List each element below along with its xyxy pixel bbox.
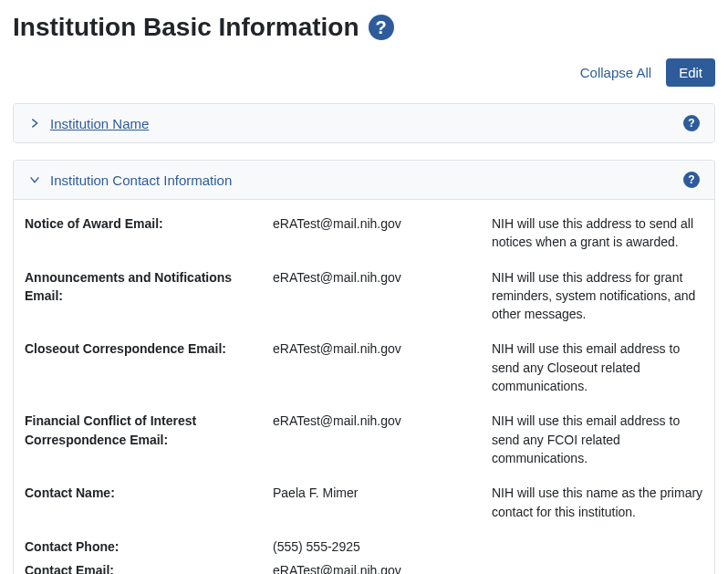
field-desc: NIH will use this address for grant remi… <box>492 268 703 324</box>
field-label: Announcements and Notifications Email: <box>25 268 273 306</box>
field-value: eRATest@mail.nih.gov <box>273 412 492 430</box>
field-label: Contact Email: <box>25 561 273 574</box>
field-value: eRATest@mail.nih.gov <box>273 268 492 287</box>
field-desc: NIH will use this email address to send … <box>492 412 703 467</box>
field-contact-name: Contact Name: Paela F. Mimer NIH will us… <box>25 484 703 521</box>
help-icon[interactable]: ? <box>369 15 394 40</box>
help-icon[interactable]: ? <box>683 172 700 188</box>
field-notice-of-award: Notice of Award Email: eRATest@mail.nih.… <box>25 214 703 252</box>
field-value: eRATest@mail.nih.gov <box>273 561 492 574</box>
panel-header-institution-contact[interactable]: Institution Contact Information ? <box>14 161 714 199</box>
field-announcements: Announcements and Notifications Email: e… <box>25 268 703 324</box>
chevron-right-icon <box>28 117 41 130</box>
edit-button[interactable]: Edit <box>666 58 715 87</box>
panel-title-institution-contact: Institution Contact Information <box>50 172 232 188</box>
chevron-down-icon <box>28 173 41 186</box>
actions-row: Collapse All Edit <box>13 58 715 87</box>
field-label: Contact Phone: <box>25 537 273 556</box>
page-title: Institution Basic Information <box>13 13 359 42</box>
field-desc: NIH will use this address to send all no… <box>492 214 703 252</box>
field-value: Paela F. Mimer <box>273 484 492 502</box>
panel-institution-contact: Institution Contact Information ? Notice… <box>13 160 715 574</box>
collapse-all-link[interactable]: Collapse All <box>580 65 651 80</box>
panel-body-institution-contact: Notice of Award Email: eRATest@mail.nih.… <box>14 199 714 574</box>
field-label: Closeout Correspondence Email: <box>25 339 273 358</box>
panel-header-institution-name[interactable]: Institution Name ? <box>14 104 714 142</box>
field-contact-email: Contact Email: eRATest@mail.nih.gov <box>25 561 703 574</box>
field-value: eRATest@mail.nih.gov <box>273 339 492 358</box>
field-desc: NIH will use this email address to send … <box>492 339 703 395</box>
field-closeout: Closeout Correspondence Email: eRATest@m… <box>25 339 703 395</box>
field-fcoi: Financial Conflict of Interest Correspon… <box>25 412 703 467</box>
field-contact-phone: Contact Phone: (555) 555-2925 <box>25 537 703 556</box>
field-label: Notice of Award Email: <box>25 214 273 233</box>
field-desc: NIH will use this name as the primary co… <box>492 484 703 521</box>
panel-institution-name: Institution Name ? <box>13 103 715 143</box>
help-icon[interactable]: ? <box>683 115 700 131</box>
panel-title-institution-name: Institution Name <box>50 116 149 131</box>
page-header: Institution Basic Information ? <box>13 13 715 42</box>
field-label: Financial Conflict of Interest Correspon… <box>25 412 273 449</box>
field-value: eRATest@mail.nih.gov <box>273 214 492 233</box>
field-label: Contact Name: <box>25 484 273 502</box>
field-value: (555) 555-2925 <box>273 537 492 556</box>
